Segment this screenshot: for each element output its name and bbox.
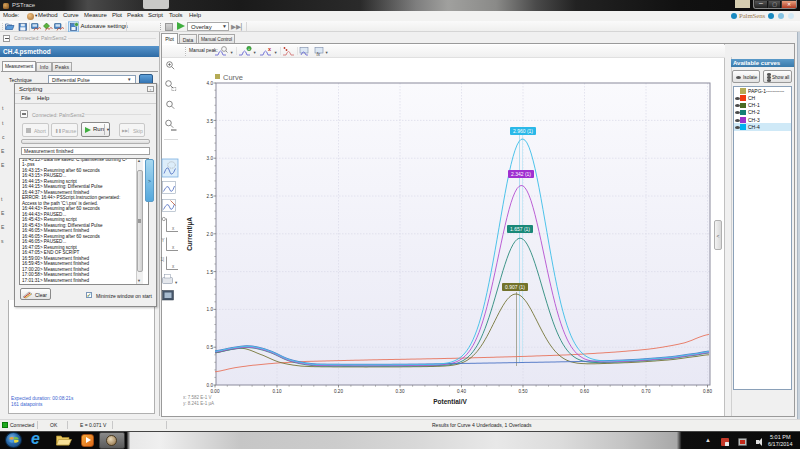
svg-text:y: 8.241 E-1 µA: y: 8.241 E-1 µA [183, 401, 214, 406]
svg-text:0.0: 0.0 [207, 383, 214, 388]
svg-text:2.960 (1): 2.960 (1) [513, 128, 533, 134]
svg-text:0.50: 0.50 [519, 389, 528, 394]
svg-text:x: x [172, 264, 175, 269]
svg-text:▾: ▾ [231, 50, 234, 55]
svg-text:3.5: 3.5 [207, 119, 214, 124]
svg-text:Potential/V: Potential/V [433, 398, 467, 405]
svg-text:0.80: 0.80 [703, 389, 712, 394]
svg-text:x: x [172, 226, 175, 231]
svg-text:0.30: 0.30 [396, 389, 405, 394]
svg-text:0.5: 0.5 [207, 345, 214, 350]
svg-text:2.0: 2.0 [207, 232, 214, 237]
svg-text:▾: ▾ [175, 280, 178, 285]
svg-text:2.342 (1): 2.342 (1) [511, 171, 531, 177]
svg-text:2.5: 2.5 [207, 194, 214, 199]
svg-text:1.5: 1.5 [207, 270, 214, 275]
svg-text:0.00: 0.00 [211, 389, 220, 394]
svg-text:3.0: 3.0 [207, 156, 214, 161]
svg-text:▾: ▾ [254, 50, 257, 55]
svg-text:Current/µA: Current/µA [186, 217, 194, 251]
svg-text:1|: 1| [161, 257, 165, 262]
svg-text:x: x [172, 245, 175, 250]
svg-text:1.657 (1): 1.657 (1) [510, 226, 530, 232]
svg-text:0.907 (1): 0.907 (1) [505, 284, 525, 290]
svg-text:▾: ▾ [326, 50, 329, 55]
svg-text:4.0: 4.0 [207, 81, 214, 86]
svg-text:x: 7.582 E-1 V: x: 7.582 E-1 V [183, 395, 212, 400]
svg-text:0.60: 0.60 [580, 389, 589, 394]
svg-text:0.40: 0.40 [457, 389, 466, 394]
svg-text:Curve: Curve [223, 73, 243, 82]
svg-text:▾: ▾ [275, 50, 278, 55]
svg-text:0.70: 0.70 [642, 389, 651, 394]
svg-text:Y: Y [162, 238, 165, 243]
svg-text:1.0: 1.0 [207, 307, 214, 312]
svg-text:0.20: 0.20 [334, 389, 343, 394]
svg-text:x: x [268, 46, 272, 52]
svg-text:0.10: 0.10 [273, 389, 282, 394]
